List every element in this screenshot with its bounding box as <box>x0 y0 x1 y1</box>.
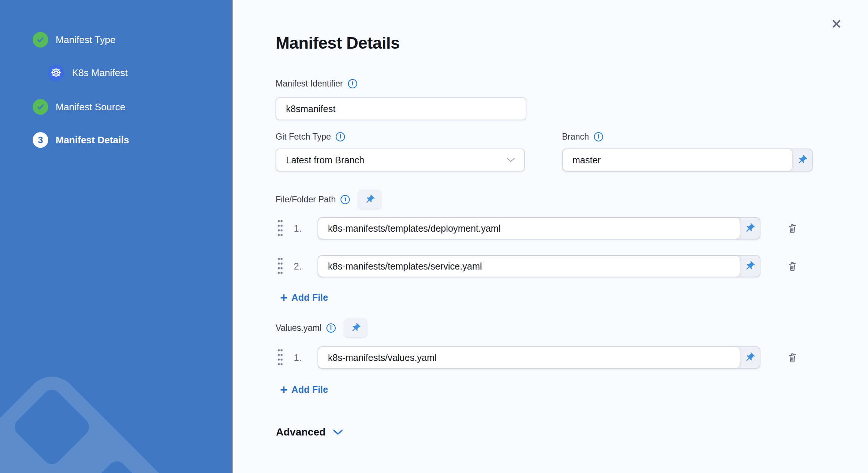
file-path-row-1: 1. <box>274 217 800 239</box>
manifest-identifier-label: Manifest Identifier <box>276 79 343 89</box>
step-complete-check-icon <box>33 32 48 48</box>
values-yaml-label: Values.yaml <box>276 323 322 333</box>
add-file-button[interactable]: + Add File <box>280 384 328 395</box>
file-path-field <box>318 255 760 277</box>
branch-label: Branch <box>562 132 589 142</box>
step-label: K8s Manifest <box>72 67 128 79</box>
manifest-identifier-label-row: Manifest Identifier i <box>276 76 357 91</box>
manifest-details-panel: Manifest Details Manifest Identifier i G… <box>233 0 868 473</box>
page-title: Manifest Details <box>276 33 400 53</box>
add-file-label: Add File <box>292 292 328 303</box>
branch-input[interactable] <box>563 149 792 171</box>
step-number-badge: 3 <box>33 132 48 148</box>
info-icon[interactable]: i <box>341 195 350 204</box>
drag-handle-icon[interactable] <box>277 220 283 237</box>
sidebar-item-k8s-manifest[interactable]: ☸ K8s Manifest <box>47 64 128 81</box>
row-index: 1. <box>294 352 311 363</box>
pushpin-icon <box>744 223 755 234</box>
row-index: 2. <box>294 261 311 272</box>
file-path-input-2[interactable] <box>318 256 740 277</box>
plus-icon: + <box>280 292 287 303</box>
close-icon <box>830 17 843 30</box>
chevron-down-icon <box>506 157 515 163</box>
pushpin-icon <box>364 194 375 205</box>
file-path-input-1[interactable] <box>318 218 740 239</box>
values-path-pin-button[interactable] <box>740 347 760 368</box>
file-path-field <box>318 217 760 239</box>
step-label: Manifest Details <box>56 134 129 146</box>
advanced-toggle[interactable]: Advanced <box>276 426 343 438</box>
pushpin-icon <box>796 154 808 166</box>
sidebar-step-manifest-details[interactable]: 3 Manifest Details <box>33 132 129 148</box>
trash-icon <box>786 351 798 364</box>
file-path-row-2: 2. <box>274 255 800 277</box>
git-fetch-type-label-row: Git Fetch Type i <box>276 129 345 144</box>
values-yaml-label-row: Values.yaml i <box>276 319 367 337</box>
values-path-input-1[interactable] <box>318 347 740 368</box>
file-folder-path-label: File/Folder Path <box>276 195 336 205</box>
branch-field <box>562 149 813 172</box>
info-icon[interactable]: i <box>594 132 603 141</box>
values-path-row-1: 1. <box>274 346 800 369</box>
manifest-identifier-input[interactable] <box>276 97 526 120</box>
step-label: Manifest Source <box>56 101 125 113</box>
file-path-pin-button[interactable] <box>740 256 760 277</box>
step-complete-check-icon <box>33 99 48 115</box>
values-path-field <box>318 346 760 369</box>
add-file-button[interactable]: + Add File <box>280 292 328 303</box>
step-label: Manifest Type <box>56 34 115 46</box>
delete-row-button[interactable] <box>784 257 800 275</box>
kubernetes-icon: ☸ <box>47 64 65 81</box>
add-file-label: Add File <box>292 384 328 395</box>
git-fetch-type-label: Git Fetch Type <box>276 132 331 142</box>
git-fetch-type-select[interactable]: Latest from Branch <box>276 149 525 172</box>
info-icon[interactable]: i <box>336 132 345 141</box>
close-button[interactable] <box>828 15 845 33</box>
advanced-label: Advanced <box>276 426 326 438</box>
plus-icon: + <box>280 384 287 395</box>
info-icon[interactable]: i <box>326 323 336 333</box>
pushpin-icon <box>744 261 755 272</box>
info-icon[interactable]: i <box>348 79 357 88</box>
values-yaml-pin-button[interactable] <box>344 319 367 337</box>
delete-row-button[interactable] <box>784 349 800 366</box>
pushpin-icon <box>744 352 755 363</box>
trash-icon <box>786 222 798 235</box>
chevron-down-icon <box>332 429 343 436</box>
file-folder-path-pin-button[interactable] <box>358 190 381 209</box>
sidebar-step-manifest-source[interactable]: Manifest Source <box>33 99 125 115</box>
git-fetch-type-value: Latest from Branch <box>286 155 364 166</box>
branch-label-row: Branch i <box>562 129 603 144</box>
row-index: 1. <box>294 223 311 234</box>
trash-icon <box>786 260 798 273</box>
sidebar-step-manifest-type[interactable]: Manifest Type <box>33 32 115 48</box>
file-path-pin-button[interactable] <box>740 218 760 239</box>
file-folder-path-label-row: File/Folder Path i <box>276 190 381 209</box>
branch-pin-button[interactable] <box>792 149 812 171</box>
wizard-sidebar: Manifest Type ☸ K8s Manifest Manifest So… <box>0 0 233 473</box>
pushpin-icon <box>350 323 361 333</box>
delete-row-button[interactable] <box>784 219 800 237</box>
manifest-wizard-dialog: Manifest Type ☸ K8s Manifest Manifest So… <box>0 0 868 473</box>
drag-handle-icon[interactable] <box>277 258 283 275</box>
drag-handle-icon[interactable] <box>277 349 283 366</box>
